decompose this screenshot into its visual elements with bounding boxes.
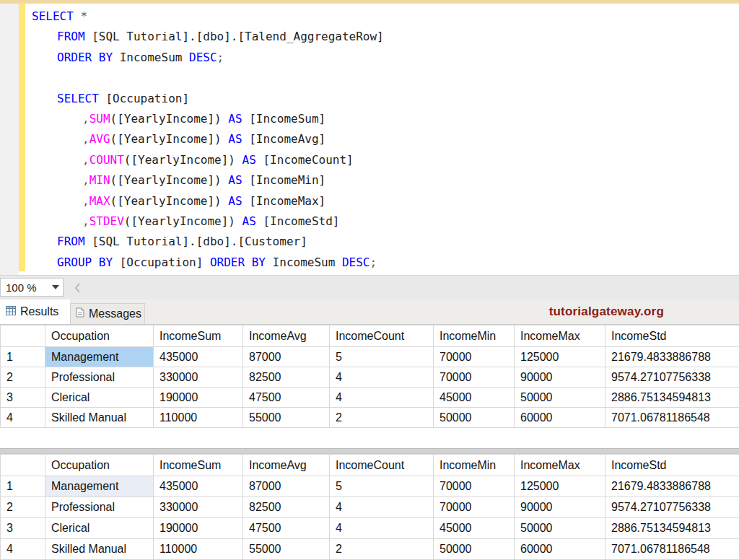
grid-cell[interactable]: Skilled Manual — [45, 539, 154, 560]
grid-cell[interactable]: 435000 — [154, 476, 243, 497]
grid-cell[interactable]: 2 — [330, 408, 434, 428]
row-number[interactable]: 4 — [1, 539, 45, 560]
grid-cell[interactable]: 21679.4833886788 — [605, 347, 739, 367]
grid-cell[interactable]: 50000 — [434, 539, 515, 560]
column-header[interactable]: IncomeMin — [434, 325, 515, 347]
code-line: SELECT [Occupation] — [32, 89, 739, 109]
grid-cell[interactable]: 330000 — [154, 497, 243, 518]
column-header[interactable]: Occupation — [45, 455, 154, 476]
grid-cell[interactable]: Clerical — [45, 518, 154, 539]
column-header[interactable]: Occupation — [45, 325, 154, 347]
grid-cell[interactable]: 330000 — [154, 367, 243, 388]
results-tab-bar: Results Messages tutorialgateway.org — [0, 299, 739, 324]
grid-cell[interactable]: 45000 — [434, 518, 515, 539]
grid-cell[interactable]: 50000 — [515, 388, 605, 408]
grid-cell[interactable]: 435000 — [154, 347, 243, 367]
column-header[interactable]: IncomeCount — [330, 455, 434, 476]
row-number[interactable]: 3 — [1, 518, 45, 539]
grid-cell[interactable]: 45000 — [434, 388, 515, 408]
results-grid-2: OccupationIncomeSumIncomeAvgIncomeCountI… — [0, 453, 739, 560]
tab-results[interactable]: Results — [0, 299, 70, 324]
grid-cell[interactable]: Professional — [45, 367, 154, 388]
grid-cell[interactable]: 82500 — [243, 367, 330, 388]
results-table-1[interactable]: OccupationIncomeSumIncomeAvgIncomeCountI… — [0, 325, 739, 428]
zoom-level-value: 100 % — [1, 281, 48, 294]
column-header[interactable]: IncomeAvg — [243, 325, 330, 347]
row-number[interactable]: 1 — [1, 347, 45, 367]
grid-cell[interactable]: 21679.4833886788 — [605, 476, 739, 497]
table-row: 1Management4350008700057000012500021679.… — [1, 347, 739, 367]
column-header[interactable]: IncomeCount — [330, 325, 434, 347]
grid-cell[interactable]: Skilled Manual — [45, 408, 154, 428]
column-header[interactable]: IncomeMax — [515, 325, 605, 347]
grid-cell[interactable]: 125000 — [515, 476, 605, 497]
grid-cell[interactable]: 70000 — [434, 367, 515, 388]
chevron-down-icon[interactable] — [48, 285, 63, 289]
grid-cell[interactable]: Management — [45, 347, 154, 367]
grid-cell[interactable]: 5 — [330, 347, 434, 367]
grid-cell[interactable]: 2886.75134594813 — [605, 388, 739, 408]
grid-cell[interactable]: 4 — [330, 388, 434, 408]
grid-cell[interactable]: Professional — [45, 497, 154, 518]
grid-cell[interactable]: 55000 — [243, 408, 330, 428]
grid-cell[interactable]: 87000 — [243, 476, 330, 497]
results-table-2[interactable]: OccupationIncomeSumIncomeAvgIncomeCountI… — [0, 454, 739, 560]
grid-cell[interactable]: Clerical — [45, 388, 154, 408]
code-line: ,MIN([YearlyIncome]) AS [IncomeMin] — [32, 170, 739, 191]
results-grid-icon — [6, 305, 16, 318]
row-number[interactable]: 2 — [1, 367, 45, 388]
grid-cell[interactable]: 190000 — [154, 388, 243, 408]
scroll-left-icon[interactable] — [72, 281, 82, 295]
grid-cell[interactable]: 4 — [330, 497, 434, 518]
grid-cell[interactable]: 70000 — [434, 476, 515, 497]
grid-cell[interactable]: 110000 — [154, 539, 243, 560]
grid-cell[interactable]: 90000 — [515, 367, 605, 388]
row-number[interactable]: 4 — [1, 408, 45, 428]
grid-cell[interactable]: 190000 — [154, 518, 243, 539]
row-number[interactable]: 2 — [1, 497, 45, 518]
grid-cell[interactable]: Management — [45, 476, 154, 497]
grid-cell[interactable]: 47500 — [243, 388, 330, 408]
column-header[interactable]: IncomeMin — [434, 455, 515, 476]
grid-cell[interactable]: 70000 — [434, 497, 515, 518]
grid-cell[interactable]: 7071.06781186548 — [605, 408, 739, 428]
column-header[interactable]: IncomeMax — [515, 455, 605, 476]
row-number[interactable]: 3 — [1, 388, 45, 408]
column-header[interactable]: IncomeStd — [605, 325, 739, 347]
row-number[interactable]: 1 — [1, 476, 45, 497]
grid-cell[interactable]: 87000 — [243, 347, 330, 367]
column-header[interactable]: IncomeSum — [154, 455, 243, 476]
grid-corner-cell[interactable] — [1, 455, 45, 476]
grid-cell[interactable]: 60000 — [515, 408, 605, 428]
grid-separator[interactable] — [0, 448, 739, 453]
column-header[interactable]: IncomeStd — [605, 455, 739, 476]
grid-cell[interactable]: 60000 — [515, 539, 605, 560]
grid-cell[interactable]: 9574.27107756338 — [605, 497, 739, 518]
grid-cell[interactable]: 2 — [330, 539, 434, 560]
column-header[interactable]: IncomeAvg — [243, 455, 330, 476]
grid-cell[interactable]: 82500 — [243, 497, 330, 518]
grid-cell[interactable]: 4 — [330, 518, 434, 539]
grid-cell[interactable]: 90000 — [515, 497, 605, 518]
grid-cell[interactable]: 5 — [330, 476, 434, 497]
sql-editor[interactable]: SELECT *FROM [SQL Tutorial].[dbo].[Talen… — [0, 0, 739, 275]
grid-cell[interactable]: 50000 — [515, 518, 605, 539]
editor-status-strip: 100 % — [0, 275, 739, 299]
grid-corner-cell[interactable] — [1, 325, 45, 347]
grid-cell[interactable]: 7071.06781186548 — [605, 539, 739, 560]
zoom-level-dropdown[interactable]: 100 % — [0, 278, 64, 297]
grid-cell[interactable]: 110000 — [154, 408, 243, 428]
grid-cell[interactable]: 55000 — [243, 539, 330, 560]
tab-messages[interactable]: Messages — [70, 303, 145, 324]
grid-cell[interactable]: 4 — [330, 367, 434, 388]
column-header[interactable]: IncomeSum — [154, 325, 243, 347]
code-line: ,STDEV([YearlyIncome]) AS [IncomeStd] — [32, 211, 739, 232]
grid-cell[interactable]: 50000 — [434, 408, 515, 428]
grid-cell[interactable]: 9574.27107756338 — [605, 367, 739, 388]
code-area[interactable]: SELECT *FROM [SQL Tutorial].[dbo].[Talen… — [0, 4, 739, 273]
grid-cell[interactable]: 47500 — [243, 518, 330, 539]
grid-cell[interactable]: 125000 — [515, 347, 605, 367]
grid-cell[interactable]: 70000 — [434, 347, 515, 367]
grid-cell[interactable]: 2886.75134594813 — [605, 518, 739, 539]
table-row: 4Skilled Manual1100005500025000060000707… — [1, 539, 739, 560]
